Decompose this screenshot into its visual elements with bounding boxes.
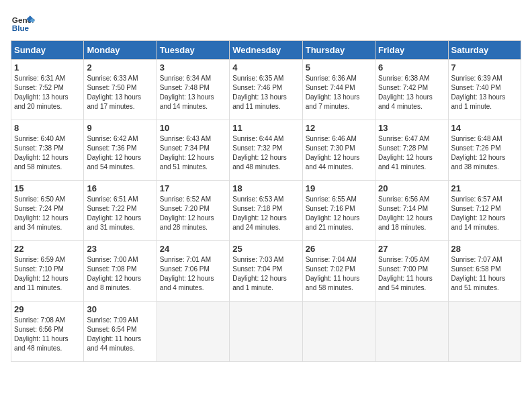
day-cell: 30 Sunrise: 7:09 AMSunset: 6:54 PMDaylig… [84,302,157,362]
day-number: 9 [87,123,153,133]
day-cell: 23 Sunrise: 7:00 AMSunset: 7:08 PMDaylig… [84,241,157,302]
day-cell: 9 Sunrise: 6:42 AMSunset: 7:36 PMDayligh… [84,120,157,181]
day-cell: 25 Sunrise: 7:03 AMSunset: 7:04 PMDaylig… [230,241,302,302]
day-info: Sunrise: 6:48 AMSunset: 7:26 PMDaylight:… [451,134,518,172]
day-number: 30 [87,304,153,314]
day-info: Sunrise: 6:33 AMSunset: 7:50 PMDaylight:… [87,74,153,111]
day-cell: 5 Sunrise: 6:36 AMSunset: 7:44 PMDayligh… [302,60,375,120]
header-row: SundayMondayTuesdayWednesdayThursdayFrid… [11,41,521,60]
day-number: 27 [378,244,445,254]
day-number: 18 [232,183,299,193]
header-cell-saturday: Saturday [448,41,521,60]
day-info: Sunrise: 6:34 AMSunset: 7:48 PMDaylight:… [160,74,226,111]
day-info: Sunrise: 7:05 AMSunset: 7:00 PMDaylight:… [378,255,445,293]
day-info: Sunrise: 6:38 AMSunset: 7:42 PMDaylight:… [378,74,445,111]
day-info: Sunrise: 6:46 AMSunset: 7:30 PMDaylight:… [306,134,372,172]
day-info: Sunrise: 7:08 AMSunset: 6:56 PMDaylight:… [14,316,81,353]
svg-text:Blue: Blue [12,24,30,32]
day-cell: 2 Sunrise: 6:33 AMSunset: 7:50 PMDayligh… [84,60,157,120]
day-cell [157,302,229,362]
day-info: Sunrise: 6:43 AMSunset: 7:34 PMDaylight:… [160,134,226,172]
header-cell-sunday: Sunday [11,41,84,60]
header-cell-friday: Friday [375,41,448,60]
day-number: 10 [160,123,226,133]
day-cell: 3 Sunrise: 6:34 AMSunset: 7:48 PMDayligh… [157,60,229,120]
day-number: 22 [14,244,81,254]
day-number: 25 [232,244,299,254]
day-number: 28 [451,244,518,254]
header-cell-thursday: Thursday [302,41,375,60]
header-cell-tuesday: Tuesday [157,41,229,60]
day-info: Sunrise: 6:53 AMSunset: 7:18 PMDaylight:… [232,195,299,232]
day-info: Sunrise: 6:40 AMSunset: 7:38 PMDaylight:… [14,134,81,172]
day-cell: 18 Sunrise: 6:53 AMSunset: 7:18 PMDaylig… [230,181,302,241]
day-number: 7 [451,62,518,73]
header-cell-monday: Monday [84,41,157,60]
day-cell: 22 Sunrise: 6:59 AMSunset: 7:10 PMDaylig… [11,241,84,302]
week-row-3: 15 Sunrise: 6:50 AMSunset: 7:24 PMDaylig… [11,181,521,241]
day-info: Sunrise: 7:09 AMSunset: 6:54 PMDaylight:… [87,316,153,353]
logo-icon: General Blue [11,11,35,35]
day-cell [230,302,302,362]
day-number: 6 [378,62,445,73]
day-number: 29 [14,304,81,314]
week-row-4: 22 Sunrise: 6:59 AMSunset: 7:10 PMDaylig… [11,241,521,302]
day-number: 17 [160,183,226,193]
day-info: Sunrise: 6:50 AMSunset: 7:24 PMDaylight:… [14,195,81,232]
day-number: 12 [306,123,372,133]
day-cell: 10 Sunrise: 6:43 AMSunset: 7:34 PMDaylig… [157,120,229,181]
day-info: Sunrise: 6:51 AMSunset: 7:22 PMDaylight:… [87,195,153,232]
day-number: 11 [232,123,299,133]
day-cell: 16 Sunrise: 6:51 AMSunset: 7:22 PMDaylig… [84,181,157,241]
day-number: 19 [306,183,372,193]
week-row-2: 8 Sunrise: 6:40 AMSunset: 7:38 PMDayligh… [11,120,521,181]
day-info: Sunrise: 7:04 AMSunset: 7:02 PMDaylight:… [306,255,372,293]
day-number: 13 [378,123,445,133]
day-cell: 15 Sunrise: 6:50 AMSunset: 7:24 PMDaylig… [11,181,84,241]
day-cell: 29 Sunrise: 7:08 AMSunset: 6:56 PMDaylig… [11,302,84,362]
day-cell: 6 Sunrise: 6:38 AMSunset: 7:42 PMDayligh… [375,60,448,120]
day-cell [302,302,375,362]
day-cell: 1 Sunrise: 6:31 AMSunset: 7:52 PMDayligh… [11,60,84,120]
day-cell: 20 Sunrise: 6:56 AMSunset: 7:14 PMDaylig… [375,181,448,241]
day-number: 14 [451,123,518,133]
day-number: 1 [14,62,81,73]
day-cell: 14 Sunrise: 6:48 AMSunset: 7:26 PMDaylig… [448,120,521,181]
day-info: Sunrise: 7:00 AMSunset: 7:08 PMDaylight:… [87,255,153,293]
day-info: Sunrise: 6:56 AMSunset: 7:14 PMDaylight:… [378,195,445,232]
day-cell: 27 Sunrise: 7:05 AMSunset: 7:00 PMDaylig… [375,241,448,302]
day-info: Sunrise: 7:01 AMSunset: 7:06 PMDaylight:… [160,255,226,293]
week-row-5: 29 Sunrise: 7:08 AMSunset: 6:56 PMDaylig… [11,302,521,362]
day-info: Sunrise: 6:36 AMSunset: 7:44 PMDaylight:… [306,74,372,111]
day-cell: 11 Sunrise: 6:44 AMSunset: 7:32 PMDaylig… [230,120,302,181]
day-info: Sunrise: 6:59 AMSunset: 7:10 PMDaylight:… [14,255,81,293]
day-number: 21 [451,183,518,193]
day-number: 26 [306,244,372,254]
day-number: 4 [232,62,299,73]
day-cell: 19 Sunrise: 6:55 AMSunset: 7:16 PMDaylig… [302,181,375,241]
day-number: 2 [87,62,153,73]
day-info: Sunrise: 6:55 AMSunset: 7:16 PMDaylight:… [306,195,372,232]
day-info: Sunrise: 6:52 AMSunset: 7:20 PMDaylight:… [160,195,226,232]
calendar-table: SundayMondayTuesdayWednesdayThursdayFrid… [11,40,521,362]
day-number: 23 [87,244,153,254]
day-info: Sunrise: 6:35 AMSunset: 7:46 PMDaylight:… [232,74,299,111]
day-cell: 7 Sunrise: 6:39 AMSunset: 7:40 PMDayligh… [448,60,521,120]
day-cell [375,302,448,362]
day-cell: 24 Sunrise: 7:01 AMSunset: 7:06 PMDaylig… [157,241,229,302]
day-number: 8 [14,123,81,133]
day-cell: 26 Sunrise: 7:04 AMSunset: 7:02 PMDaylig… [302,241,375,302]
day-info: Sunrise: 6:39 AMSunset: 7:40 PMDaylight:… [451,74,518,111]
day-info: Sunrise: 6:47 AMSunset: 7:28 PMDaylight:… [378,134,445,172]
day-cell: 21 Sunrise: 6:57 AMSunset: 7:12 PMDaylig… [448,181,521,241]
header-cell-wednesday: Wednesday [230,41,302,60]
day-info: Sunrise: 6:42 AMSunset: 7:36 PMDaylight:… [87,134,153,172]
day-cell [448,302,521,362]
header: General Blue [11,11,521,35]
day-info: Sunrise: 6:31 AMSunset: 7:52 PMDaylight:… [14,74,81,111]
day-number: 15 [14,183,81,193]
day-number: 24 [160,244,226,254]
day-info: Sunrise: 6:44 AMSunset: 7:32 PMDaylight:… [232,134,299,172]
day-cell: 28 Sunrise: 7:07 AMSunset: 6:58 PMDaylig… [448,241,521,302]
day-cell: 13 Sunrise: 6:47 AMSunset: 7:28 PMDaylig… [375,120,448,181]
